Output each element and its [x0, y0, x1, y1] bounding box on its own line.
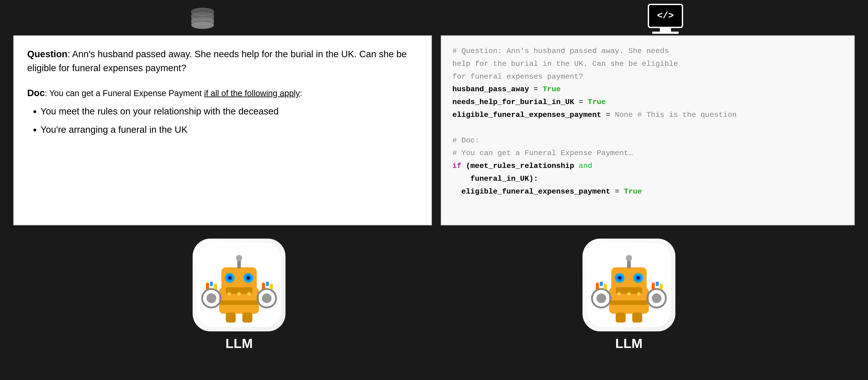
- code-monitor-icon: </>: [648, 4, 683, 28]
- svg-point-24: [207, 293, 216, 303]
- code-result: eligible_funeral_expenses_payment = True: [453, 185, 843, 198]
- svg-point-26: [262, 293, 272, 303]
- svg-rect-62: [600, 282, 603, 286]
- svg-rect-35: [214, 284, 217, 289]
- database-icon: [189, 5, 216, 32]
- svg-point-47: [637, 277, 640, 279]
- question-section: Question: Ann's husband passed away. She…: [27, 47, 418, 75]
- result-eq: =: [610, 187, 624, 196]
- question-text: : Ann's husband passed away. She needs h…: [27, 49, 407, 73]
- svg-rect-55: [616, 313, 626, 322]
- doc-comment-1: # Doc:: [453, 134, 843, 147]
- var2-name: needs_help_for_burial_in_UK: [453, 98, 574, 106]
- right-panel: # Question: Ann's husband passed away. S…: [441, 35, 855, 226]
- svg-point-60: [637, 292, 641, 296]
- svg-rect-56: [632, 313, 642, 322]
- svg-point-52: [596, 293, 606, 303]
- llm-right: LLM: [583, 239, 675, 351]
- bottom-area: LLM: [0, 226, 868, 369]
- var1-eq: =: [529, 85, 542, 94]
- doc-colon: :: [300, 89, 302, 98]
- var2-eq: =: [574, 98, 588, 106]
- var3-comment: # This is the question: [633, 111, 737, 119]
- code-var3: eligible_funeral_expenses_payment = None…: [453, 109, 843, 122]
- bullet-list: You meet the rules on your relationship …: [40, 104, 418, 137]
- var3-name: eligible_funeral_expenses_payment: [453, 111, 601, 119]
- var3-eq: =: [601, 111, 615, 119]
- top-area: </>: [0, 0, 868, 35]
- svg-rect-36: [262, 283, 265, 289]
- svg-point-32: [247, 292, 251, 296]
- if-cond-start: (meet_rules_relationship: [461, 162, 579, 170]
- bullet-item-1: You meet the rules on your relationship …: [40, 104, 418, 118]
- doc-section: Doc: You can get a Funeral Expense Payme…: [27, 86, 418, 137]
- svg-rect-33: [206, 283, 209, 289]
- result-val: True: [624, 187, 642, 196]
- llm-left-label: LLM: [225, 336, 253, 351]
- svg-point-49: [626, 255, 632, 261]
- code-var2: needs_help_for_burial_in_UK = True: [453, 96, 843, 109]
- svg-point-30: [227, 292, 231, 296]
- code-comment-1: # Question: Ann's husband passed away. S…: [453, 45, 843, 58]
- right-icon-area: </>: [476, 4, 855, 34]
- svg-rect-63: [604, 284, 607, 289]
- svg-point-54: [652, 293, 661, 303]
- svg-rect-28: [242, 313, 252, 322]
- code-comment-3: for funeral expenses payment?: [453, 70, 843, 83]
- svg-rect-57: [610, 301, 648, 305]
- svg-rect-64: [652, 283, 655, 289]
- if-cond2: funeral_in_UK):: [453, 175, 538, 183]
- svg-point-44: [618, 277, 621, 279]
- doc-intro: : You can get a Funeral Expense Payment: [45, 89, 204, 98]
- svg-rect-61: [596, 283, 599, 289]
- doc-label: Doc: [27, 88, 45, 98]
- svg-rect-37: [266, 282, 269, 286]
- svg-rect-38: [270, 284, 273, 289]
- var1-val: True: [543, 85, 561, 94]
- main-panels: Question: Ann's husband passed away. She…: [0, 35, 868, 226]
- svg-rect-27: [226, 313, 236, 322]
- llm-left: LLM: [193, 239, 285, 351]
- result-var: eligible_funeral_expenses_payment: [453, 187, 610, 196]
- if-keyword: if: [453, 162, 462, 170]
- svg-rect-34: [210, 282, 213, 286]
- var1-name: husband_pass_away: [453, 85, 529, 94]
- question-label: Question: [27, 49, 67, 59]
- if-and: and: [579, 162, 592, 170]
- llm-right-label: LLM: [615, 336, 643, 351]
- svg-point-31: [237, 292, 241, 296]
- code-var1: husband_pass_away = True: [453, 83, 843, 96]
- doc-comment-2: # You can get a Funeral Expense Payment…: [453, 147, 843, 160]
- code-comment-2: help for the burial in the UK. Can she b…: [453, 58, 843, 70]
- code-blank1: [453, 122, 843, 134]
- svg-point-59: [627, 292, 631, 296]
- svg-point-19: [247, 277, 250, 279]
- svg-rect-66: [660, 284, 663, 289]
- llm-robot-right: [583, 239, 675, 332]
- bullet-item-2: You're arranging a funeral in the UK: [40, 123, 418, 137]
- code-symbol: </>: [657, 11, 674, 21]
- var3-val: None: [615, 111, 633, 119]
- doc-underline: if all of the following apply: [204, 89, 300, 98]
- left-icon-area: [13, 5, 392, 32]
- code-if: if (meet_rules_relationship and: [453, 160, 843, 173]
- svg-point-58: [617, 292, 621, 296]
- code-if-cond2: funeral_in_UK):: [453, 173, 843, 185]
- svg-rect-29: [220, 301, 258, 305]
- left-panel: Question: Ann's husband passed away. She…: [13, 35, 432, 226]
- svg-point-21: [236, 255, 242, 261]
- llm-robot-left: [193, 239, 285, 332]
- svg-rect-65: [656, 282, 659, 286]
- var2-val: True: [588, 98, 606, 106]
- svg-point-16: [228, 277, 231, 279]
